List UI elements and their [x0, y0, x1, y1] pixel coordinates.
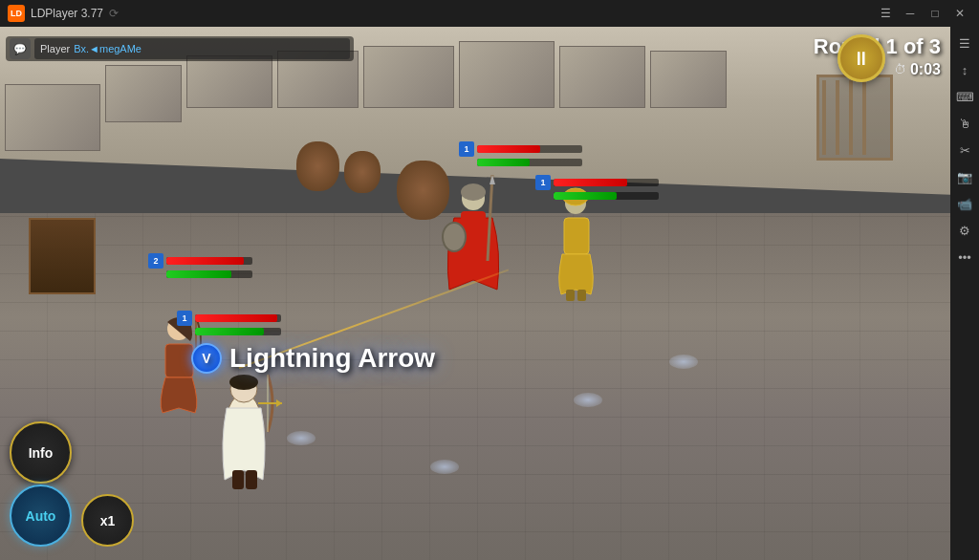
- char1-mp-bar: [177, 328, 281, 335]
- svg-marker-17: [490, 175, 495, 184]
- char2-mp-fill: [166, 270, 231, 278]
- enemy2-mp-bar: [535, 192, 659, 200]
- titlebar-left: LD LDPlayer 3.77 ⟳: [8, 5, 119, 22]
- app-title: LDPlayer 3.77: [31, 7, 103, 20]
- svg-point-15: [443, 223, 466, 251]
- stone-block: [105, 65, 182, 122]
- sidebar-settings-icon[interactable]: ⚙: [952, 218, 977, 243]
- svg-rect-9: [165, 344, 193, 377]
- char1-level: 1: [177, 311, 192, 326]
- char2-mp-bg: [166, 270, 252, 278]
- skill-name-display: V Lightning Arrow: [191, 343, 435, 374]
- cage-bars: [819, 77, 890, 158]
- water-splash: [574, 393, 602, 407]
- char2-mp-bar: [148, 270, 252, 278]
- pause-button[interactable]: [838, 34, 885, 82]
- stone-block: [650, 51, 727, 108]
- stone-block: [5, 84, 100, 151]
- enemy1-level: 1: [459, 141, 474, 157]
- right-sidebar: ☰ ↕ ⌨ 🖱 ✂ 📷 📹 ⚙ •••: [950, 27, 979, 560]
- enemy2-hp-bar: 1: [535, 175, 659, 190]
- cage-bar: [849, 80, 853, 155]
- char1-mp-bg: [195, 328, 281, 335]
- chat-bar[interactable]: 💬 Player Bx.◄megAMe: [6, 36, 354, 61]
- menu-button[interactable]: ☰: [874, 4, 897, 23]
- svg-rect-4: [246, 470, 257, 489]
- enemy1-mp-bar: [459, 159, 582, 166]
- char1-hp-fill: [195, 314, 277, 322]
- char1-hp-bar: 1: [177, 311, 281, 326]
- svg-rect-18: [564, 218, 589, 254]
- enemy2-health: 1: [535, 175, 659, 200]
- char2-hp-fill: [166, 257, 244, 265]
- stone-block: [186, 55, 272, 108]
- svg-rect-3: [232, 470, 244, 489]
- chat-icon[interactable]: 💬: [10, 38, 31, 59]
- timer-display: 0:03: [910, 61, 941, 78]
- wood-structure: [29, 218, 96, 294]
- sidebar-record-icon[interactable]: 📹: [952, 191, 977, 216]
- svg-point-14: [461, 183, 486, 201]
- water-splash: [287, 431, 315, 445]
- char2-hp-bar: 2: [148, 253, 252, 269]
- player-label: Player: [40, 43, 70, 54]
- char1-mp-fill: [195, 328, 264, 335]
- enemy1-hp-bg: [477, 145, 582, 153]
- svg-rect-21: [566, 290, 575, 301]
- water-splash: [669, 355, 698, 369]
- enemy2-mp-fill: [554, 192, 617, 200]
- sidebar-resize-icon[interactable]: ↕: [952, 57, 977, 82]
- skill-orb: V: [191, 343, 222, 374]
- sidebar-more-icon[interactable]: •••: [952, 245, 977, 269]
- enemy2-hp-bg: [554, 179, 659, 186]
- auto-button[interactable]: Auto: [10, 485, 72, 547]
- info-button[interactable]: Info: [10, 421, 72, 484]
- enemy2-hp-fill: [554, 179, 627, 186]
- maximize-button[interactable]: □: [924, 4, 946, 23]
- char1-health: 1: [177, 311, 281, 335]
- enemy2-level: 1: [535, 175, 551, 190]
- cage-bar: [862, 80, 866, 155]
- cage-bar: [836, 80, 839, 155]
- char1-hp-bg: [195, 314, 281, 322]
- enemy1-mp-fill: [477, 159, 530, 166]
- player-name: Bx.◄megAMe: [74, 43, 141, 54]
- sidebar-mouse-icon[interactable]: 🖱: [952, 111, 977, 136]
- barrel-1: [296, 141, 339, 191]
- char2-hp-bg: [166, 257, 252, 265]
- stone-block: [459, 41, 555, 108]
- cage-bar: [822, 80, 826, 155]
- sidebar-scissors-icon[interactable]: ✂: [952, 138, 977, 162]
- minimize-button[interactable]: ─: [899, 4, 922, 23]
- app-logo: LD: [8, 5, 25, 22]
- svg-rect-22: [577, 290, 586, 301]
- game-area[interactable]: 1 2 1: [0, 27, 950, 560]
- char2-health: 2: [148, 253, 252, 278]
- enemy1-mp-bg: [477, 159, 582, 166]
- barrel-2: [344, 151, 381, 193]
- skill-letter: V: [202, 351, 210, 366]
- speed-button[interactable]: x1: [81, 494, 134, 547]
- close-button[interactable]: ✕: [948, 4, 971, 23]
- timer-icon: ⏱: [891, 62, 906, 77]
- enemy2-mp-bg: [554, 192, 659, 200]
- svg-marker-7: [276, 399, 282, 407]
- sidebar-screenshot-icon[interactable]: 📷: [952, 164, 977, 189]
- enemy1-hp-bar: 1: [459, 141, 582, 157]
- char2-level: 2: [148, 253, 163, 269]
- window-controls: ☰ ─ □ ✕: [874, 4, 971, 23]
- skill-label: Lightning Arrow: [229, 343, 435, 374]
- water-splash: [430, 460, 459, 474]
- enemy1-hp-fill: [477, 145, 540, 153]
- cage-structure: [816, 75, 893, 161]
- stone-block: [559, 46, 645, 108]
- sidebar-menu-icon[interactable]: ☰: [952, 31, 977, 55]
- svg-point-2: [229, 375, 258, 390]
- sidebar-keyboard-icon[interactable]: ⌨: [952, 84, 977, 109]
- chat-input-bar[interactable]: Player Bx.◄megAMe: [34, 38, 350, 59]
- titlebar: LD LDPlayer 3.77 ⟳ ☰ ─ □ ✕: [0, 0, 979, 27]
- sync-icon: ⟳: [109, 7, 119, 20]
- stone-block: [363, 46, 454, 108]
- enemy1-health: 1: [459, 141, 582, 166]
